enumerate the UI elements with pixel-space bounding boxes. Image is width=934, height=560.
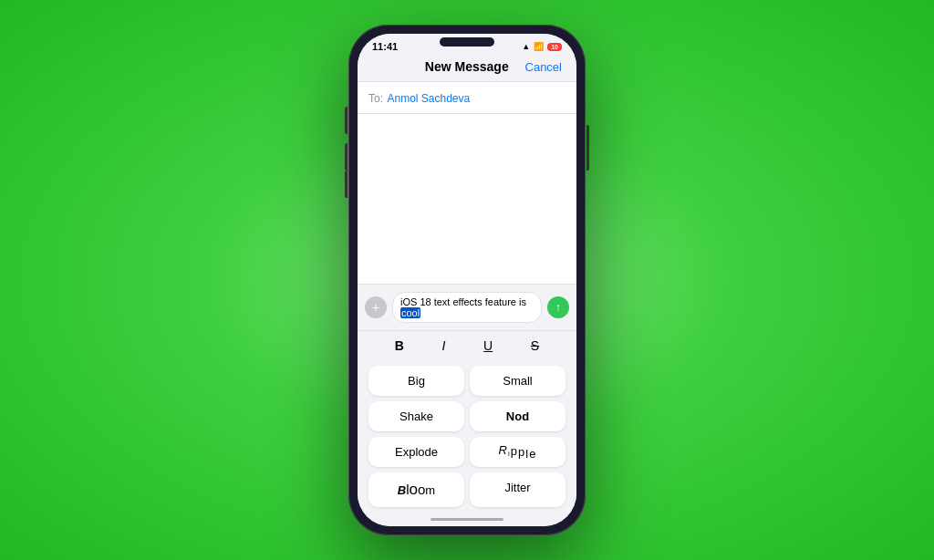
- strikethrough-button[interactable]: S: [525, 337, 545, 355]
- plus-icon: +: [372, 301, 379, 314]
- status-icons: ▲ 📶 10: [522, 42, 562, 51]
- signal-icon: ▲: [522, 42, 530, 51]
- effect-small[interactable]: Small: [470, 366, 566, 396]
- effect-nod-label: Nod: [506, 410, 529, 423]
- italic-button[interactable]: I: [437, 337, 451, 355]
- message-text: iOS 18 text effects feature is cool: [400, 296, 526, 318]
- message-text-before: iOS 18 text effects feature is: [400, 296, 526, 307]
- effect-shake[interactable]: Shake: [368, 401, 464, 431]
- effect-ripple-label: Ripple: [499, 445, 537, 459]
- phone-screen: 11:41 ▲ 📶 10 New Message Cancel To: Anmo…: [358, 34, 576, 526]
- formatting-bar: B I U S: [358, 330, 576, 360]
- send-icon: ↑: [555, 300, 562, 314]
- effect-big-label: Big: [408, 374, 425, 388]
- effect-nod[interactable]: Nod: [470, 401, 566, 431]
- home-bar: [431, 518, 503, 521]
- status-time: 11:41: [372, 41, 398, 52]
- effect-big[interactable]: Big: [368, 366, 464, 396]
- add-button[interactable]: +: [365, 296, 387, 318]
- dynamic-island: [440, 37, 494, 47]
- bold-button[interactable]: B: [389, 337, 410, 355]
- effect-bloom[interactable]: Bloom: [368, 472, 464, 507]
- effect-explode-label: Explode: [395, 445, 438, 459]
- nav-title: New Message: [425, 59, 509, 74]
- effect-small-label: Small: [503, 374, 533, 388]
- effect-jitter-label: Jitter: [504, 481, 530, 494]
- input-bar: + iOS 18 text effects feature is cool ↑: [358, 284, 576, 330]
- message-body[interactable]: [358, 114, 576, 284]
- send-button[interactable]: ↑: [547, 296, 569, 318]
- underline-button[interactable]: U: [478, 337, 498, 355]
- effect-bloom-label: Bloom: [398, 483, 435, 497]
- effect-ripple[interactable]: Ripple: [470, 437, 566, 467]
- message-text-highlighted: cool: [400, 307, 420, 318]
- message-input[interactable]: iOS 18 text effects feature is cool: [392, 292, 542, 323]
- battery-badge: 10: [547, 43, 562, 51]
- phone-frame: 11:41 ▲ 📶 10 New Message Cancel To: Anmo…: [348, 25, 586, 535]
- effect-jitter[interactable]: Jitter: [470, 472, 566, 507]
- to-field: To: Anmol Sachdeva: [358, 82, 576, 114]
- effect-shake-label: Shake: [400, 410, 433, 423]
- recipient-name: Anmol Sachdeva: [387, 92, 470, 105]
- nav-bar: New Message Cancel: [358, 56, 576, 82]
- home-indicator: [358, 514, 576, 526]
- to-label: To:: [368, 92, 383, 105]
- effect-explode[interactable]: Explode: [368, 437, 464, 467]
- effects-grid: Big Small Shake Nod Explode Ripple Bl: [358, 360, 576, 514]
- wifi-icon: 📶: [534, 42, 544, 51]
- cancel-button[interactable]: Cancel: [525, 60, 562, 74]
